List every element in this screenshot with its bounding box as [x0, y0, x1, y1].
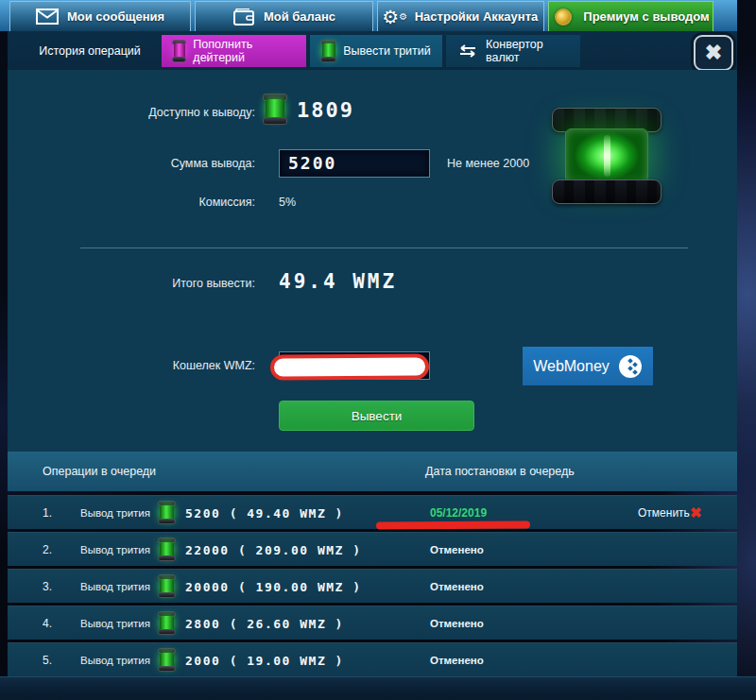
withdraw-button[interactable]: Вывести: [279, 401, 474, 431]
top-tab-strip: Мои сообщения Мой баланс ⚙⚙ Настройки Ак…: [0, 0, 737, 31]
row-status: Отменено: [430, 581, 484, 592]
column-operations: Операции в очереди: [43, 465, 156, 478]
tab-my-messages[interactable]: Мои сообщения: [9, 1, 191, 31]
swap-arrows-icon: [457, 44, 478, 58]
tritium-capsule-icon: [159, 538, 175, 561]
tritium-capsule-icon: [159, 611, 175, 635]
wallet-redaction-scribble: [270, 353, 429, 380]
queue-row: 4. Вывод трития 2800 ( 26.60 WMZ ) Отмен…: [8, 606, 737, 640]
tritium-capsule-icon: [159, 648, 175, 672]
cancel-link[interactable]: Отменить: [638, 506, 690, 520]
tab-account-settings[interactable]: ⚙⚙ Настройки Аккаунта: [377, 1, 544, 31]
available-label: Доступно к выводу:: [94, 106, 255, 119]
webmoney-logo-icon: [618, 354, 643, 379]
row-amount: 5200 ( 49.40 WMZ ): [185, 505, 344, 520]
tritium-capsule-icon: [159, 574, 175, 598]
row-type: Вывод трития: [80, 618, 150, 629]
total-label: Итого вывести:: [94, 277, 255, 290]
wallet-icon: [232, 9, 255, 26]
tritium-capsule-image: [558, 108, 656, 204]
row-amount: 20000 ( 190.00 WMZ ): [185, 579, 362, 593]
tab-my-balance[interactable]: Мой баланс: [195, 1, 373, 31]
minimum-hint: Не менее 2000: [447, 157, 529, 170]
amount-label: Сумма вывода:: [94, 157, 255, 170]
tritium-capsule-icon: [265, 94, 285, 125]
tab-label: Премиум с выводом: [583, 9, 709, 24]
subtab-label: История операций: [39, 44, 141, 58]
available-value: 1809: [297, 98, 354, 122]
row-status: Отменено: [430, 655, 484, 666]
cancel-x-icon[interactable]: ✖: [690, 504, 702, 521]
subtab-history[interactable]: История операций: [19, 35, 161, 67]
envelope-icon: [36, 9, 59, 26]
webmoney-label: WebMoney: [533, 358, 610, 375]
deuterium-capsule-icon: [173, 40, 185, 62]
amount-input[interactable]: 5200: [279, 149, 430, 178]
sub-tab-strip: История операций Пополнить дейтерий Выве…: [8, 31, 737, 70]
row-amount: 22000 ( 209.00 WMZ ): [185, 542, 362, 556]
queue-row: 5. Вывод трития 2000 ( 19.00 WMZ ) Отмен…: [8, 642, 737, 676]
subtab-topup-deuterium[interactable]: Пополнить дейтерий: [162, 35, 306, 67]
tritium-capsule-icon: [321, 40, 335, 62]
queue-row: 3. Вывод трития 20000 ( 190.00 WMZ ) Отм…: [8, 569, 737, 603]
row-type: Вывод трития: [80, 581, 150, 592]
close-button[interactable]: ✖: [694, 35, 733, 71]
tritium-capsule-icon: [159, 501, 175, 524]
queue-header: Операции в очереди Дата постановки в оче…: [8, 452, 737, 491]
row-amount: 2000 ( 19.00 WMZ ): [185, 653, 344, 667]
subtab-label: Конвертор валют: [486, 38, 569, 64]
row-type: Вывод трития: [80, 655, 150, 666]
queue-row: 1. Вывод трития 5200 ( 49.40 WMZ ) 05/12…: [8, 495, 737, 529]
total-value: 49.4 WMZ: [279, 270, 397, 293]
commission-value: 5%: [279, 196, 296, 209]
row-number: 1.: [43, 506, 52, 520]
commission-label: Комиссия:: [94, 196, 255, 209]
webmoney-button[interactable]: WebMoney: [523, 347, 653, 385]
gear-icon: ⚙⚙: [384, 9, 406, 26]
close-icon: ✖: [705, 41, 722, 65]
row-type: Вывод трития: [80, 544, 150, 555]
wallet-label: Кошелек WMZ:: [94, 359, 255, 372]
tab-label: Мои сообщения: [67, 9, 164, 24]
row-amount: 2800 ( 26.60 WMZ ): [185, 616, 344, 630]
row-status: Отменено: [430, 544, 484, 555]
tab-premium-withdraw[interactable]: Премиум с выводом: [548, 1, 713, 31]
tab-label: Мой баланс: [264, 9, 335, 24]
subtab-label: Пополнить дейтерий: [193, 38, 295, 64]
tab-label: Настройки Аккаунта: [415, 9, 539, 24]
red-marker-underline: [376, 521, 530, 530]
row-number: 3.: [43, 580, 52, 593]
row-status: Отменено: [430, 618, 484, 629]
subtab-currency-converter[interactable]: Конвертор валют: [446, 35, 580, 67]
divider: [80, 248, 688, 248]
row-number: 4.: [43, 617, 52, 630]
row-number: 5.: [43, 654, 52, 667]
subtab-withdraw-tritium[interactable]: Вывести тритий: [310, 35, 442, 67]
bottom-bar: [0, 676, 756, 700]
column-date: Дата постановки в очередь: [425, 465, 575, 478]
row-number: 2.: [43, 543, 52, 556]
withdraw-label: Вывести: [352, 409, 403, 423]
withdraw-form-panel: Доступно к выводу: 1809 Сумма вывода: 52…: [8, 70, 737, 452]
subtab-label: Вывести тритий: [343, 44, 431, 58]
queue-row: 2. Вывод трития 22000 ( 209.00 WMZ ) Отм…: [8, 532, 737, 566]
row-status-date: 05/12/2019: [430, 506, 487, 520]
row-type: Вывод трития: [80, 507, 150, 519]
medal-icon: [552, 9, 575, 26]
